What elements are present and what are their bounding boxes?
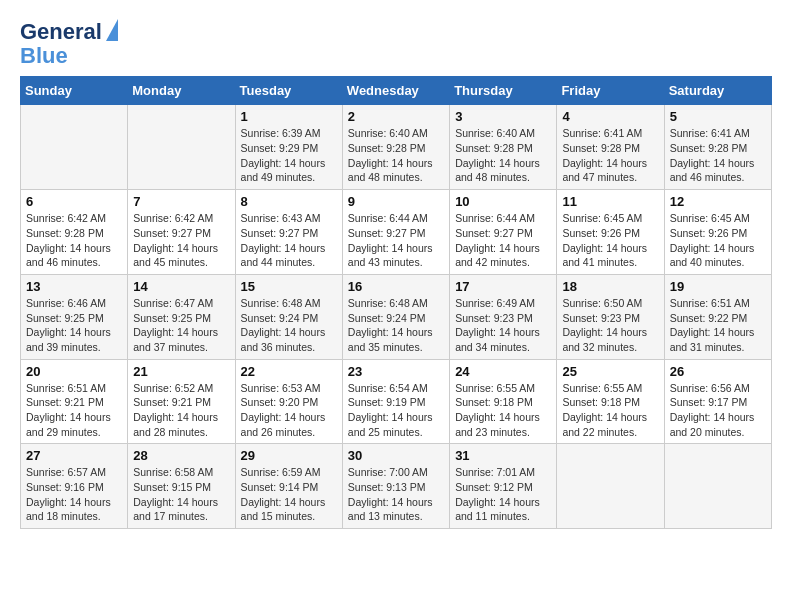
day-info-line: Sunrise: 7:00 AM xyxy=(348,465,444,480)
weekday-header-tuesday: Tuesday xyxy=(235,77,342,105)
day-info-line: Sunset: 9:26 PM xyxy=(562,226,658,241)
day-info-line: Sunrise: 6:43 AM xyxy=(241,211,337,226)
day-number: 6 xyxy=(26,194,122,209)
calendar-cell: 11Sunrise: 6:45 AMSunset: 9:26 PMDayligh… xyxy=(557,190,664,275)
day-number: 13 xyxy=(26,279,122,294)
day-info-line: Daylight: 14 hours and 46 minutes. xyxy=(26,241,122,270)
weekday-header-wednesday: Wednesday xyxy=(342,77,449,105)
calendar-week-row: 1Sunrise: 6:39 AMSunset: 9:29 PMDaylight… xyxy=(21,105,772,190)
day-info-line: Sunrise: 6:47 AM xyxy=(133,296,229,311)
calendar-week-row: 20Sunrise: 6:51 AMSunset: 9:21 PMDayligh… xyxy=(21,359,772,444)
calendar-cell: 4Sunrise: 6:41 AMSunset: 9:28 PMDaylight… xyxy=(557,105,664,190)
day-info-line: Sunset: 9:27 PM xyxy=(133,226,229,241)
day-info-line: Sunrise: 6:51 AM xyxy=(670,296,766,311)
calendar-cell xyxy=(128,105,235,190)
day-info-line: Daylight: 14 hours and 44 minutes. xyxy=(241,241,337,270)
day-number: 31 xyxy=(455,448,551,463)
calendar-cell: 3Sunrise: 6:40 AMSunset: 9:28 PMDaylight… xyxy=(450,105,557,190)
calendar-cell: 9Sunrise: 6:44 AMSunset: 9:27 PMDaylight… xyxy=(342,190,449,275)
day-number: 16 xyxy=(348,279,444,294)
calendar-cell: 27Sunrise: 6:57 AMSunset: 9:16 PMDayligh… xyxy=(21,444,128,529)
day-info-line: Daylight: 14 hours and 34 minutes. xyxy=(455,325,551,354)
calendar-cell: 1Sunrise: 6:39 AMSunset: 9:29 PMDaylight… xyxy=(235,105,342,190)
day-info-line: Sunrise: 6:54 AM xyxy=(348,381,444,396)
day-info-line: Sunrise: 6:48 AM xyxy=(348,296,444,311)
day-info-line: Sunset: 9:26 PM xyxy=(670,226,766,241)
calendar-cell: 5Sunrise: 6:41 AMSunset: 9:28 PMDaylight… xyxy=(664,105,771,190)
day-info-line: Daylight: 14 hours and 28 minutes. xyxy=(133,410,229,439)
day-info-line: Sunset: 9:14 PM xyxy=(241,480,337,495)
day-info-line: Sunrise: 6:53 AM xyxy=(241,381,337,396)
weekday-header-row: SundayMondayTuesdayWednesdayThursdayFrid… xyxy=(21,77,772,105)
day-number: 20 xyxy=(26,364,122,379)
day-number: 10 xyxy=(455,194,551,209)
day-info-line: Daylight: 14 hours and 42 minutes. xyxy=(455,241,551,270)
weekday-header-friday: Friday xyxy=(557,77,664,105)
day-info-line: Sunset: 9:25 PM xyxy=(26,311,122,326)
day-info-line: Sunrise: 6:55 AM xyxy=(562,381,658,396)
calendar-cell: 18Sunrise: 6:50 AMSunset: 9:23 PMDayligh… xyxy=(557,274,664,359)
calendar-cell: 14Sunrise: 6:47 AMSunset: 9:25 PMDayligh… xyxy=(128,274,235,359)
day-number: 29 xyxy=(241,448,337,463)
day-info-line: Daylight: 14 hours and 41 minutes. xyxy=(562,241,658,270)
calendar-cell xyxy=(664,444,771,529)
day-info-line: Sunset: 9:20 PM xyxy=(241,395,337,410)
day-info-line: Daylight: 14 hours and 43 minutes. xyxy=(348,241,444,270)
day-info-line: Daylight: 14 hours and 25 minutes. xyxy=(348,410,444,439)
day-info-line: Sunrise: 7:01 AM xyxy=(455,465,551,480)
day-info-line: Daylight: 14 hours and 13 minutes. xyxy=(348,495,444,524)
logo: General Blue xyxy=(20,20,118,68)
day-info-line: Sunset: 9:23 PM xyxy=(455,311,551,326)
day-info-line: Sunrise: 6:45 AM xyxy=(562,211,658,226)
day-number: 9 xyxy=(348,194,444,209)
day-info-line: Sunset: 9:22 PM xyxy=(670,311,766,326)
weekday-header-sunday: Sunday xyxy=(21,77,128,105)
day-info-line: Sunrise: 6:41 AM xyxy=(562,126,658,141)
day-number: 2 xyxy=(348,109,444,124)
day-info-line: Sunrise: 6:48 AM xyxy=(241,296,337,311)
day-info-line: Sunset: 9:21 PM xyxy=(26,395,122,410)
day-info-line: Daylight: 14 hours and 32 minutes. xyxy=(562,325,658,354)
calendar-week-row: 27Sunrise: 6:57 AMSunset: 9:16 PMDayligh… xyxy=(21,444,772,529)
weekday-header-monday: Monday xyxy=(128,77,235,105)
day-number: 1 xyxy=(241,109,337,124)
day-info-line: Sunset: 9:13 PM xyxy=(348,480,444,495)
day-info-line: Sunrise: 6:46 AM xyxy=(26,296,122,311)
day-number: 30 xyxy=(348,448,444,463)
day-info-line: Daylight: 14 hours and 15 minutes. xyxy=(241,495,337,524)
day-info-line: Sunset: 9:24 PM xyxy=(348,311,444,326)
calendar-cell: 19Sunrise: 6:51 AMSunset: 9:22 PMDayligh… xyxy=(664,274,771,359)
calendar-week-row: 13Sunrise: 6:46 AMSunset: 9:25 PMDayligh… xyxy=(21,274,772,359)
day-number: 28 xyxy=(133,448,229,463)
day-info-line: Sunset: 9:27 PM xyxy=(455,226,551,241)
calendar-cell: 17Sunrise: 6:49 AMSunset: 9:23 PMDayligh… xyxy=(450,274,557,359)
day-number: 15 xyxy=(241,279,337,294)
day-number: 24 xyxy=(455,364,551,379)
day-info-line: Sunset: 9:23 PM xyxy=(562,311,658,326)
day-info-line: Daylight: 14 hours and 47 minutes. xyxy=(562,156,658,185)
day-number: 22 xyxy=(241,364,337,379)
calendar-cell: 6Sunrise: 6:42 AMSunset: 9:28 PMDaylight… xyxy=(21,190,128,275)
day-info-line: Daylight: 14 hours and 26 minutes. xyxy=(241,410,337,439)
calendar-cell: 24Sunrise: 6:55 AMSunset: 9:18 PMDayligh… xyxy=(450,359,557,444)
day-info-line: Sunset: 9:28 PM xyxy=(670,141,766,156)
calendar-cell: 31Sunrise: 7:01 AMSunset: 9:12 PMDayligh… xyxy=(450,444,557,529)
day-info-line: Sunset: 9:24 PM xyxy=(241,311,337,326)
calendar-table: SundayMondayTuesdayWednesdayThursdayFrid… xyxy=(20,76,772,529)
day-number: 19 xyxy=(670,279,766,294)
calendar-cell: 29Sunrise: 6:59 AMSunset: 9:14 PMDayligh… xyxy=(235,444,342,529)
day-info-line: Daylight: 14 hours and 36 minutes. xyxy=(241,325,337,354)
day-info-line: Sunset: 9:25 PM xyxy=(133,311,229,326)
day-number: 11 xyxy=(562,194,658,209)
day-number: 8 xyxy=(241,194,337,209)
day-info-line: Sunset: 9:12 PM xyxy=(455,480,551,495)
day-info-line: Daylight: 14 hours and 37 minutes. xyxy=(133,325,229,354)
day-info-line: Sunrise: 6:41 AM xyxy=(670,126,766,141)
day-info-line: Sunset: 9:28 PM xyxy=(26,226,122,241)
day-info-line: Sunrise: 6:40 AM xyxy=(348,126,444,141)
calendar-cell: 15Sunrise: 6:48 AMSunset: 9:24 PMDayligh… xyxy=(235,274,342,359)
day-info-line: Daylight: 14 hours and 22 minutes. xyxy=(562,410,658,439)
day-info-line: Sunrise: 6:51 AM xyxy=(26,381,122,396)
day-info-line: Sunset: 9:27 PM xyxy=(348,226,444,241)
calendar-cell: 2Sunrise: 6:40 AMSunset: 9:28 PMDaylight… xyxy=(342,105,449,190)
